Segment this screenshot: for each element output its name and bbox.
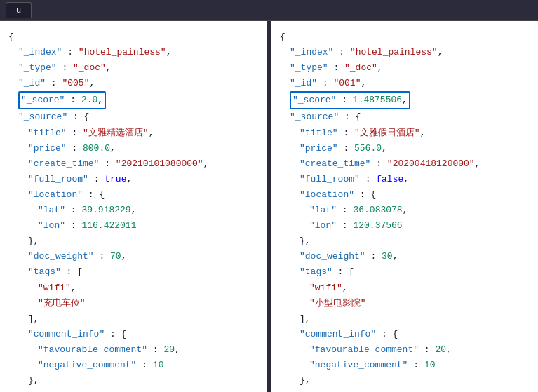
json-line: "_source" : { bbox=[8, 109, 258, 125]
json-line: "full_room" : false, bbox=[280, 172, 530, 187]
json-line: "tags" : [ bbox=[8, 264, 258, 280]
json-line: "_index" : "hotel_painless", bbox=[8, 45, 258, 60]
json-line: "full_room" : true, bbox=[8, 172, 258, 187]
json-line: "create_time" : "20210101080000", bbox=[8, 156, 258, 172]
json-line: "negative_comment" : 10 bbox=[280, 358, 530, 373]
json-line: }, bbox=[280, 373, 530, 388]
left-panel: {"_index" : "hotel_painless","_type" : "… bbox=[0, 21, 267, 392]
json-line: "wifi", bbox=[280, 281, 530, 296]
json-line: "location" : { bbox=[280, 187, 530, 203]
json-line: ], bbox=[280, 311, 530, 327]
json-line: "create_time" : "20200418120000", bbox=[280, 156, 530, 172]
tab-u[interactable]: u bbox=[6, 2, 32, 18]
json-line: ], bbox=[8, 311, 258, 327]
json-line: "comment_info" : { bbox=[8, 327, 258, 342]
json-line: "wifi", bbox=[8, 281, 258, 296]
json-line: "price" : 556.0, bbox=[280, 141, 530, 156]
tab-bar: u bbox=[0, 0, 538, 21]
json-line: "comment_info" : { bbox=[280, 327, 530, 342]
json-line: "小型电影院" bbox=[280, 296, 530, 311]
json-line: "lat" : 36.083078, bbox=[280, 203, 530, 218]
json-line: "lon" : 116.422011 bbox=[8, 218, 258, 234]
json-line: "doc_weight" : 70, bbox=[8, 249, 258, 264]
json-line: }, bbox=[8, 373, 258, 388]
json-line: "_source" : { bbox=[280, 109, 530, 125]
json-line: "tags" : [ bbox=[280, 264, 530, 280]
score-highlight: "_score" : 1.4875506, bbox=[290, 91, 410, 109]
score-highlight: "_score" : 2.0, bbox=[18, 91, 106, 109]
json-line: "充电车位" bbox=[8, 296, 258, 311]
json-line: "_score" : 2.0, bbox=[8, 91, 258, 109]
json-line: "favourable_comment" : 20, bbox=[8, 342, 258, 358]
json-line: "location" : { bbox=[8, 187, 258, 203]
panels-container: {"_index" : "hotel_painless","_type" : "… bbox=[0, 21, 538, 392]
json-line: }, bbox=[8, 234, 258, 249]
json-line: "_type" : "_doc", bbox=[280, 60, 530, 76]
json-line: { bbox=[8, 29, 258, 45]
json-line: { bbox=[280, 29, 530, 45]
json-line: "price" : 800.0, bbox=[8, 141, 258, 156]
json-line: "title" : "文雅假日酒店", bbox=[280, 126, 530, 141]
right-panel: {"_index" : "hotel_painless","_type" : "… bbox=[271, 21, 538, 392]
json-line: "hotel_vector" : [ bbox=[280, 388, 530, 392]
json-line: "hotel_vector" : [ bbox=[8, 388, 258, 392]
json-line: "lon" : 120.37566 bbox=[280, 218, 530, 234]
json-line: "favourable_comment" : 20, bbox=[280, 342, 530, 358]
json-line: "_score" : 1.4875506, bbox=[280, 91, 530, 109]
json-line: "_id" : "001", bbox=[280, 76, 530, 91]
json-line: "negative_comment" : 10 bbox=[8, 358, 258, 373]
json-line: "lat" : 39.918229, bbox=[8, 203, 258, 218]
json-line: "_id" : "005", bbox=[8, 76, 258, 91]
json-line: }, bbox=[280, 234, 530, 249]
json-line: "_type" : "_doc", bbox=[8, 60, 258, 76]
json-line: "title" : "文雅精选酒店", bbox=[8, 126, 258, 141]
json-line: "_index" : "hotel_painless", bbox=[280, 45, 530, 60]
json-line: "doc_weight" : 30, bbox=[280, 249, 530, 264]
